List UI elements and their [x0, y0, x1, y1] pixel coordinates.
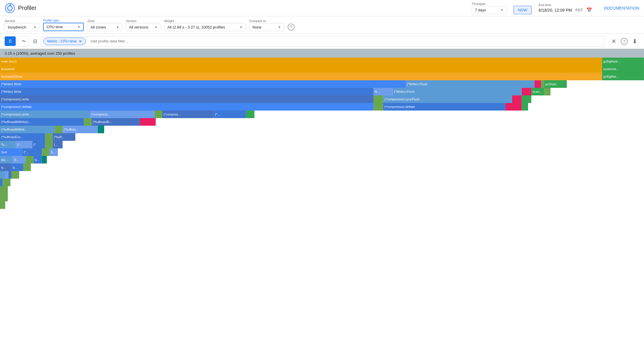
- flame-block[interactable]: (*huffma...: [63, 126, 98, 133]
- flame-block[interactable]: [535, 80, 541, 88]
- flame-block[interactable]: (*huffmanBi...: [91, 118, 140, 126]
- flame-block[interactable]: [522, 88, 531, 95]
- flame-block[interactable]: [10, 179, 644, 186]
- flame-block[interactable]: qui...: [0, 156, 13, 163]
- flame-block[interactable]: (*Writer).Write: [0, 88, 374, 95]
- service-select[interactable]: busybench ▼: [5, 23, 40, 31]
- flame-block[interactable]: (*compressor).write...: [0, 111, 90, 118]
- timespan-select[interactable]: 7 days ▼: [472, 6, 507, 14]
- flame-block[interactable]: (*huffmanBitWriter)...: [0, 118, 84, 126]
- profile-type-select[interactable]: CPU time ▼: [43, 23, 84, 31]
- list-view-button[interactable]: ☰: [5, 36, 16, 46]
- flame-block[interactable]: [0, 171, 5, 179]
- flame-block[interactable]: [505, 103, 521, 111]
- flame-block[interactable]: systemst...: [602, 65, 644, 73]
- flame-block[interactable]: [23, 163, 31, 171]
- flame-block[interactable]: (*huff...: [53, 133, 75, 141]
- flame-block[interactable]: (*compressor).deflate: [383, 103, 505, 111]
- weight-select[interactable]: All (2.89 s - 3.27 s), 10052 profiles ▼: [164, 23, 246, 31]
- calendar-icon[interactable]: 📅: [586, 7, 592, 13]
- flame-block[interactable]: (*...: [214, 111, 246, 118]
- flame-block[interactable]: [19, 171, 644, 179]
- flame-block[interactable]: (*huffmanBitWrit...: [0, 126, 55, 133]
- flame-block[interactable]: [42, 156, 47, 163]
- flame-block[interactable]: (*.: [32, 141, 45, 148]
- flame-block[interactable]: (*compressor).deflate: [0, 103, 374, 111]
- clear-filter-button[interactable]: ✕: [609, 37, 618, 46]
- flame-block[interactable]: [374, 103, 383, 111]
- flame-block[interactable]: [63, 141, 644, 148]
- flame-block[interactable]: *b...: [0, 141, 16, 148]
- flame-block[interactable]: [246, 111, 254, 118]
- documentation-link[interactable]: DOCUMENTATION: [604, 6, 639, 10]
- flame-block[interactable]: [551, 88, 644, 95]
- flame-block[interactable]: [522, 103, 528, 111]
- flame-block[interactable]: [0, 201, 5, 209]
- now-button[interactable]: NOW: [514, 6, 532, 14]
- download-button[interactable]: ⬇: [630, 37, 639, 46]
- flame-block[interactable]: [8, 194, 644, 201]
- flame-block[interactable]: [31, 163, 644, 171]
- version-select[interactable]: All versions ▼: [126, 23, 161, 31]
- flame-block[interactable]: [374, 95, 383, 103]
- flame-block[interactable]: S...: [13, 156, 26, 163]
- flame-block[interactable]: [5, 171, 8, 179]
- flame-block[interactable]: [84, 118, 92, 126]
- flame-block[interactable]: main.func1: [0, 58, 602, 65]
- flame-block[interactable]: [8, 186, 644, 194]
- help-icon[interactable]: ?: [288, 24, 295, 31]
- flame-block[interactable]: [42, 148, 50, 156]
- flame-block[interactable]: [0, 194, 8, 201]
- flame-block[interactable]: (*compressor).syncFlush: [383, 95, 512, 103]
- flame-block[interactable]: q...: [0, 163, 12, 171]
- flame-block[interactable]: [512, 95, 522, 103]
- flame-block[interactable]: [45, 133, 53, 141]
- flame-block[interactable]: N...: [374, 88, 393, 95]
- flame-block[interactable]: [522, 95, 531, 103]
- flame-block[interactable]: [45, 141, 53, 148]
- flame-block[interactable]: [140, 118, 156, 126]
- flame-block[interactable]: [75, 133, 644, 141]
- flame-block[interactable]: busywork: [0, 65, 602, 73]
- flame-block[interactable]: [8, 171, 12, 179]
- flame-block[interactable]: q...: [33, 156, 42, 163]
- flame-block[interactable]: [12, 171, 20, 179]
- flame-block[interactable]: [0, 179, 3, 186]
- flame-block[interactable]: [26, 156, 33, 163]
- flame-block[interactable]: (*huffmanEnc...: [0, 133, 45, 141]
- flame-block[interactable]: [3, 179, 10, 186]
- flame-block[interactable]: scan...: [531, 88, 544, 95]
- flame-block[interactable]: (...: [53, 141, 62, 148]
- flame-block[interactable]: (*compres...: [162, 111, 214, 118]
- flame-block[interactable]: (*compressor).write: [0, 95, 374, 103]
- flame-block[interactable]: gcDrain: [544, 80, 567, 88]
- flame-block[interactable]: (*...: [16, 141, 32, 148]
- filter-input[interactable]: [88, 38, 602, 45]
- flame-block[interactable]: [104, 126, 644, 133]
- flame-chart-container[interactable]: main.func1gcBgMark...busyworksystemst...…: [0, 58, 644, 359]
- flame-block[interactable]: [531, 95, 644, 103]
- flame-block[interactable]: (*compress...: [90, 111, 155, 118]
- flame-block[interactable]: [98, 126, 104, 133]
- flame-block[interactable]: [47, 156, 644, 163]
- toolbar-help-icon[interactable]: ?: [621, 38, 628, 45]
- flame-block[interactable]: (*...: [22, 148, 42, 156]
- flame-block[interactable]: (*Writer).Flush: [393, 88, 521, 95]
- flame-block[interactable]: [541, 80, 544, 88]
- flame-block[interactable]: gcBgMark...: [602, 58, 644, 65]
- flame-block[interactable]: [156, 118, 644, 126]
- flame-block[interactable]: ...: [544, 88, 551, 95]
- flame-block[interactable]: gcBgMar...: [602, 73, 644, 80]
- compare-select[interactable]: None ▼: [249, 23, 284, 31]
- flame-block[interactable]: [528, 103, 644, 111]
- flame-block[interactable]: S...: [49, 148, 58, 156]
- flame-block[interactable]: [567, 80, 641, 88]
- flame-block[interactable]: (*Writer).Flush: [406, 80, 535, 88]
- zone-select[interactable]: All zones ▼: [87, 23, 122, 31]
- flame-block[interactable]: [58, 148, 644, 156]
- flame-block[interactable]: [155, 111, 162, 118]
- flame-block[interactable]: [0, 186, 8, 194]
- flame-block[interactable]: [254, 111, 644, 118]
- flame-block[interactable]: [55, 126, 63, 133]
- flame-block[interactable]: [5, 201, 644, 209]
